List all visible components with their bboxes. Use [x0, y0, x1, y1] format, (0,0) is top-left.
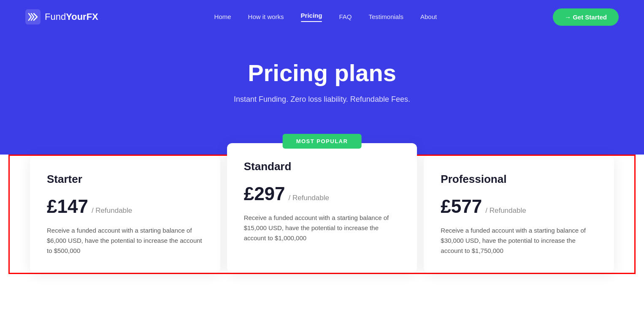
professional-plan-name: Professional — [441, 173, 597, 186]
starter-description: Receive a funded account with a starting… — [47, 225, 203, 256]
standard-price: £297 — [244, 183, 285, 204]
nav-link-home[interactable]: Home — [214, 13, 231, 20]
starter-card: Starter £147 / Refundable Receive a fund… — [30, 156, 220, 273]
pricing-section: Starter £147 / Refundable Receive a fund… — [0, 155, 644, 299]
standard-price-suffix: / Refundable — [289, 194, 329, 202]
nav-item-testimonials[interactable]: Testimonials — [368, 13, 403, 21]
professional-description: Receive a funded account with a starting… — [441, 225, 597, 256]
professional-price-row: £577 / Refundable — [441, 196, 597, 217]
svg-rect-0 — [25, 9, 41, 24]
nav-links: Home How it works Pricing FAQ Testimonia… — [214, 12, 437, 22]
hero-title: Pricing plans — [17, 59, 627, 87]
professional-card: Professional £577 / Refundable Receive a… — [424, 156, 614, 273]
logo-text: FundYourFX — [45, 11, 98, 22]
most-popular-badge: MOST POPULAR — [283, 134, 362, 149]
nav-link-about[interactable]: About — [420, 13, 437, 20]
standard-card: MOST POPULAR Standard £297 / Refundable … — [227, 143, 417, 273]
nav-link-how-it-works[interactable]: How it works — [248, 13, 284, 20]
starter-price: £147 — [47, 196, 88, 217]
hero-subtitle: Instant Funding. Zero loss liability. Re… — [17, 95, 627, 104]
standard-plan-name: Standard — [244, 160, 400, 173]
nav-item-pricing[interactable]: Pricing — [301, 12, 322, 22]
starter-price-suffix: / Refundable — [92, 206, 132, 215]
nav-link-testimonials[interactable]: Testimonials — [368, 13, 403, 20]
nav-item-how-it-works[interactable]: How it works — [248, 13, 284, 21]
get-started-button[interactable]: → Get Started — [553, 8, 619, 26]
nav-link-pricing[interactable]: Pricing — [301, 12, 322, 22]
pricing-cards: Starter £147 / Refundable Receive a fund… — [27, 156, 617, 273]
professional-price-suffix: / Refundable — [485, 206, 526, 215]
highlighted-region: Starter £147 / Refundable Receive a fund… — [8, 155, 636, 274]
starter-plan-name: Starter — [47, 173, 203, 186]
logo[interactable]: FundYourFX — [25, 9, 98, 24]
nav-link-faq[interactable]: FAQ — [339, 13, 352, 20]
nav-item-home[interactable]: Home — [214, 13, 231, 21]
standard-price-row: £297 / Refundable — [244, 183, 400, 204]
logo-fund: Fund — [45, 11, 66, 22]
logo-fx: FX — [87, 11, 98, 22]
standard-description: Receive a funded account with a starting… — [244, 213, 400, 243]
nav-item-about[interactable]: About — [420, 13, 437, 21]
professional-price: £577 — [441, 196, 482, 217]
starter-price-row: £147 / Refundable — [47, 196, 203, 217]
logo-icon — [25, 9, 41, 24]
navbar: FundYourFX Home How it works Pricing FAQ… — [0, 0, 644, 34]
nav-item-faq[interactable]: FAQ — [339, 13, 352, 21]
logo-your: Your — [66, 11, 86, 22]
